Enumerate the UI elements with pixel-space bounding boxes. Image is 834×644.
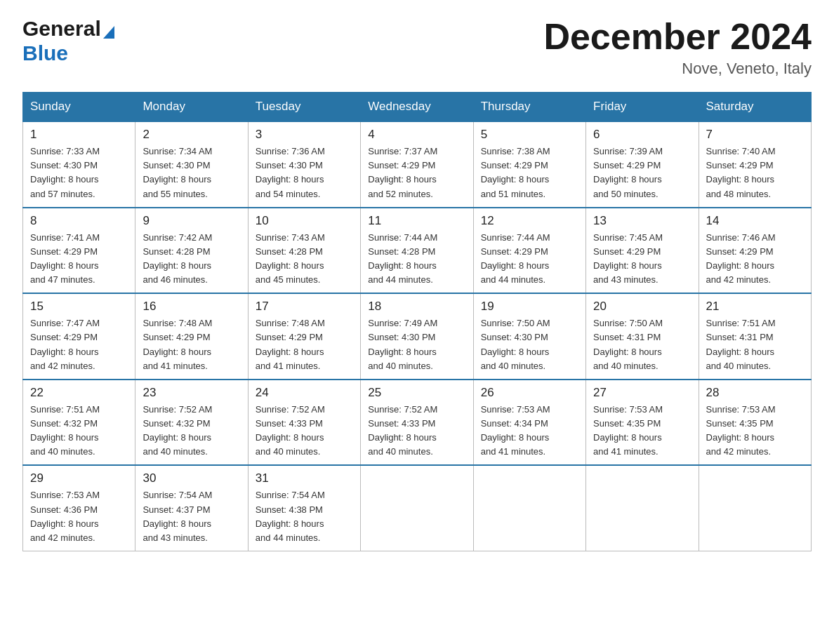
calendar-cell: 2 Sunrise: 7:34 AM Sunset: 4:30 PM Dayli…: [135, 121, 248, 208]
calendar-cell: 26 Sunrise: 7:53 AM Sunset: 4:34 PM Dayl…: [473, 380, 585, 466]
day-info: Sunrise: 7:41 AM Sunset: 4:29 PM Dayligh…: [30, 231, 128, 288]
col-saturday: Saturday: [699, 93, 811, 122]
day-number: 3: [256, 128, 353, 142]
calendar-cell: 1 Sunrise: 7:33 AM Sunset: 4:30 PM Dayli…: [23, 121, 135, 208]
day-number: 23: [143, 386, 240, 400]
day-number: 20: [593, 300, 691, 314]
title-section: December 2024 Nove, Veneto, Italy: [543, 17, 812, 78]
day-number: 30: [143, 471, 240, 485]
day-number: 19: [481, 300, 578, 314]
logo-triangle-icon: [103, 26, 114, 39]
day-number: 31: [256, 471, 353, 485]
day-number: 18: [368, 300, 465, 314]
day-number: 11: [368, 214, 465, 228]
calendar-cell: 16 Sunrise: 7:48 AM Sunset: 4:29 PM Dayl…: [135, 293, 248, 380]
day-number: 14: [706, 214, 804, 228]
day-number: 22: [30, 386, 128, 400]
logo: General Blue: [22, 17, 114, 65]
day-number: 5: [481, 128, 578, 142]
day-number: 4: [368, 128, 465, 142]
day-info: Sunrise: 7:54 AM Sunset: 4:38 PM Dayligh…: [256, 488, 353, 545]
calendar-cell: 13 Sunrise: 7:45 AM Sunset: 4:29 PM Dayl…: [586, 208, 699, 294]
day-info: Sunrise: 7:53 AM Sunset: 4:36 PM Dayligh…: [30, 488, 128, 545]
calendar-cell: 21 Sunrise: 7:51 AM Sunset: 4:31 PM Dayl…: [699, 293, 811, 380]
calendar-week-row: 22 Sunrise: 7:51 AM Sunset: 4:32 PM Dayl…: [23, 380, 812, 466]
day-number: 7: [706, 128, 804, 142]
day-number: 9: [143, 214, 240, 228]
calendar-cell: 19 Sunrise: 7:50 AM Sunset: 4:30 PM Dayl…: [473, 293, 585, 380]
day-info: Sunrise: 7:40 AM Sunset: 4:29 PM Dayligh…: [706, 145, 804, 201]
header-row: Sunday Monday Tuesday Wednesday Thursday…: [23, 93, 812, 122]
calendar-cell: 23 Sunrise: 7:52 AM Sunset: 4:32 PM Dayl…: [135, 380, 248, 466]
day-info: Sunrise: 7:52 AM Sunset: 4:33 PM Dayligh…: [368, 403, 465, 459]
day-info: Sunrise: 7:34 AM Sunset: 4:30 PM Dayligh…: [143, 145, 240, 201]
calendar-cell: 9 Sunrise: 7:42 AM Sunset: 4:28 PM Dayli…: [135, 208, 248, 294]
day-number: 15: [30, 300, 128, 314]
calendar-cell: 3 Sunrise: 7:36 AM Sunset: 4:30 PM Dayli…: [248, 121, 360, 208]
calendar-cell: 7 Sunrise: 7:40 AM Sunset: 4:29 PM Dayli…: [699, 121, 811, 208]
day-number: 24: [256, 386, 353, 400]
day-info: Sunrise: 7:44 AM Sunset: 4:29 PM Dayligh…: [481, 231, 578, 288]
day-info: Sunrise: 7:37 AM Sunset: 4:29 PM Dayligh…: [368, 145, 465, 201]
day-info: Sunrise: 7:49 AM Sunset: 4:30 PM Dayligh…: [368, 316, 465, 373]
calendar-cell: 20 Sunrise: 7:50 AM Sunset: 4:31 PM Dayl…: [586, 293, 699, 380]
calendar-cell: 28 Sunrise: 7:53 AM Sunset: 4:35 PM Dayl…: [699, 380, 811, 466]
logo-general-text: General: [22, 17, 101, 40]
day-info: Sunrise: 7:43 AM Sunset: 4:28 PM Dayligh…: [256, 231, 353, 288]
day-info: Sunrise: 7:45 AM Sunset: 4:29 PM Dayligh…: [593, 231, 691, 288]
day-info: Sunrise: 7:42 AM Sunset: 4:28 PM Dayligh…: [143, 231, 240, 288]
day-info: Sunrise: 7:33 AM Sunset: 4:30 PM Dayligh…: [30, 145, 128, 201]
calendar-cell: 17 Sunrise: 7:48 AM Sunset: 4:29 PM Dayl…: [248, 293, 360, 380]
day-info: Sunrise: 7:52 AM Sunset: 4:33 PM Dayligh…: [256, 403, 353, 459]
day-info: Sunrise: 7:51 AM Sunset: 4:32 PM Dayligh…: [30, 403, 128, 459]
calendar-cell: [361, 465, 473, 551]
day-number: 21: [706, 300, 804, 314]
day-number: 6: [593, 128, 691, 142]
calendar-cell: 14 Sunrise: 7:46 AM Sunset: 4:29 PM Dayl…: [699, 208, 811, 294]
day-number: 29: [30, 471, 128, 485]
day-number: 8: [30, 214, 128, 228]
day-info: Sunrise: 7:50 AM Sunset: 4:31 PM Dayligh…: [593, 316, 691, 373]
col-wednesday: Wednesday: [361, 93, 473, 122]
calendar-cell: 12 Sunrise: 7:44 AM Sunset: 4:29 PM Dayl…: [473, 208, 585, 294]
location: Nove, Veneto, Italy: [543, 60, 812, 78]
calendar-cell: 31 Sunrise: 7:54 AM Sunset: 4:38 PM Dayl…: [248, 465, 360, 551]
calendar-cell: 8 Sunrise: 7:41 AM Sunset: 4:29 PM Dayli…: [23, 208, 135, 294]
day-info: Sunrise: 7:53 AM Sunset: 4:35 PM Dayligh…: [706, 403, 804, 459]
day-info: Sunrise: 7:51 AM Sunset: 4:31 PM Dayligh…: [706, 316, 804, 373]
calendar-cell: 11 Sunrise: 7:44 AM Sunset: 4:28 PM Dayl…: [361, 208, 473, 294]
calendar-cell: 27 Sunrise: 7:53 AM Sunset: 4:35 PM Dayl…: [586, 380, 699, 466]
logo-blue-text: Blue: [22, 41, 68, 65]
month-title: December 2024: [543, 17, 812, 57]
day-number: 26: [481, 386, 578, 400]
day-info: Sunrise: 7:46 AM Sunset: 4:29 PM Dayligh…: [706, 231, 804, 288]
calendar-week-row: 15 Sunrise: 7:47 AM Sunset: 4:29 PM Dayl…: [23, 293, 812, 380]
calendar-cell: 10 Sunrise: 7:43 AM Sunset: 4:28 PM Dayl…: [248, 208, 360, 294]
day-info: Sunrise: 7:47 AM Sunset: 4:29 PM Dayligh…: [30, 316, 128, 373]
day-number: 10: [256, 214, 353, 228]
calendar-cell: 22 Sunrise: 7:51 AM Sunset: 4:32 PM Dayl…: [23, 380, 135, 466]
day-info: Sunrise: 7:36 AM Sunset: 4:30 PM Dayligh…: [256, 145, 353, 201]
calendar-cell: 5 Sunrise: 7:38 AM Sunset: 4:29 PM Dayli…: [473, 121, 585, 208]
col-friday: Friday: [586, 93, 699, 122]
day-number: 1: [30, 128, 128, 142]
day-number: 27: [593, 386, 691, 400]
day-info: Sunrise: 7:53 AM Sunset: 4:34 PM Dayligh…: [481, 403, 578, 459]
day-number: 2: [143, 128, 240, 142]
calendar-cell: [699, 465, 811, 551]
calendar-cell: 6 Sunrise: 7:39 AM Sunset: 4:29 PM Dayli…: [586, 121, 699, 208]
calendar-cell: 29 Sunrise: 7:53 AM Sunset: 4:36 PM Dayl…: [23, 465, 135, 551]
calendar-week-row: 1 Sunrise: 7:33 AM Sunset: 4:30 PM Dayli…: [23, 121, 812, 208]
calendar-table: Sunday Monday Tuesday Wednesday Thursday…: [22, 92, 812, 551]
day-info: Sunrise: 7:53 AM Sunset: 4:35 PM Dayligh…: [593, 403, 691, 459]
day-number: 25: [368, 386, 465, 400]
day-info: Sunrise: 7:54 AM Sunset: 4:37 PM Dayligh…: [143, 488, 240, 545]
day-info: Sunrise: 7:48 AM Sunset: 4:29 PM Dayligh…: [143, 316, 240, 373]
day-number: 17: [256, 300, 353, 314]
day-number: 12: [481, 214, 578, 228]
col-monday: Monday: [135, 93, 248, 122]
col-tuesday: Tuesday: [248, 93, 360, 122]
day-number: 16: [143, 300, 240, 314]
col-sunday: Sunday: [23, 93, 135, 122]
calendar-cell: 24 Sunrise: 7:52 AM Sunset: 4:33 PM Dayl…: [248, 380, 360, 466]
